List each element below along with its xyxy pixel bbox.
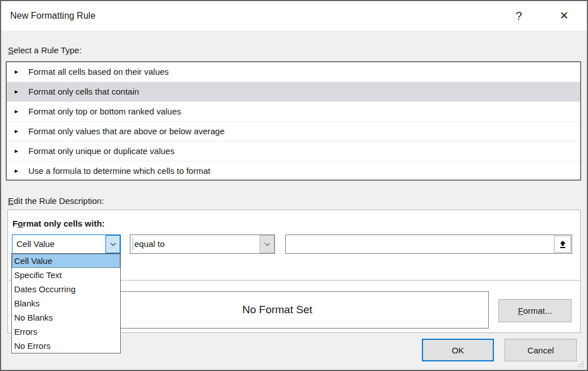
rule-arrow-icon: ►	[14, 102, 24, 121]
ok-button[interactable]: OK	[422, 339, 494, 361]
rule-type-list: ► Format all cells based on their values…	[6, 61, 581, 181]
dropdown-item-specific-text[interactable]: Specific Text	[12, 268, 120, 282]
rule-type-item-cells-that-contain[interactable]: ► Format only cells that contain	[7, 82, 580, 102]
edit-description-label: Edit the Rule Description:	[8, 196, 104, 206]
cancel-button[interactable]: Cancel	[505, 339, 577, 361]
cell-value-dropdown-list: Cell Value Specific Text Dates Occurring…	[11, 253, 121, 353]
no-format-set-text: No Format Set	[242, 304, 312, 316]
dropdown-item-blanks[interactable]: Blanks	[12, 296, 120, 310]
cell-value-combo-value: Cell Value	[12, 235, 105, 253]
format-button[interactable]: Format...	[498, 299, 572, 322]
rule-type-item-label: Format only cells that contain	[28, 82, 139, 101]
rule-arrow-icon: ►	[14, 122, 24, 141]
chevron-down-icon	[110, 242, 116, 246]
help-icon: ?	[515, 10, 522, 22]
operator-combo-dropdown-button[interactable]	[260, 235, 274, 253]
rule-type-item-label: Use a formula to determine which cells t…	[28, 161, 210, 181]
rule-type-item-ranked-values[interactable]: ► Format only top or bottom ranked value…	[7, 102, 580, 122]
dropdown-item-cell-value[interactable]: Cell Value	[12, 254, 120, 268]
format-cells-with-label: Format only cells with:	[12, 219, 105, 228]
dropdown-item-dates-occurring[interactable]: Dates Occurring	[12, 282, 120, 296]
format-preview-box: No Format Set	[66, 291, 489, 329]
rule-arrow-icon: ►	[14, 161, 24, 181]
rule-type-item-label: Format only values that are above or bel…	[28, 122, 225, 141]
rule-arrow-icon: ►	[14, 142, 24, 161]
rule-type-item-formula[interactable]: ► Use a formula to determine which cells…	[7, 161, 580, 181]
value-input[interactable]	[286, 235, 559, 253]
help-button[interactable]: ?	[509, 1, 528, 31]
dropdown-item-no-errors[interactable]: No Errors	[12, 339, 120, 353]
resize-grip[interactable]	[577, 360, 585, 368]
close-button[interactable]: ✕	[555, 1, 574, 31]
rule-type-item-unique-duplicate[interactable]: ► Format only unique or duplicate values	[7, 142, 580, 161]
dropdown-item-errors[interactable]: Errors	[12, 325, 120, 339]
text-caret	[132, 238, 133, 250]
cell-value-combo-dropdown-button[interactable]	[105, 235, 120, 253]
chevron-down-icon	[264, 242, 270, 246]
dialog-title: New Formatting Rule	[10, 1, 95, 31]
rule-type-item-cell-values[interactable]: ► Format all cells based on their values	[7, 62, 580, 82]
operator-combo[interactable]: equal to	[130, 234, 275, 254]
rule-type-item-label: Format only unique or duplicate values	[28, 142, 175, 161]
collapse-dialog-icon	[559, 240, 567, 249]
new-formatting-rule-dialog: New Formatting Rule ? ✕ Select a Rule Ty…	[0, 0, 588, 371]
rule-type-item-above-below-average[interactable]: ► Format only values that are above or b…	[7, 122, 580, 142]
collapse-dialog-button[interactable]	[554, 236, 571, 253]
cell-value-combo[interactable]: Cell Value	[12, 234, 121, 254]
rule-type-item-label: Format only top or bottom ranked values	[28, 102, 181, 121]
rule-type-item-label: Format all cells based on their values	[28, 62, 169, 82]
value-input-wrapper	[285, 234, 572, 254]
operator-combo-value: equal to	[130, 235, 260, 253]
rule-arrow-icon: ►	[14, 82, 24, 101]
rule-type-label: Select a Rule Type:	[8, 45, 82, 55]
title-bar: New Formatting Rule ? ✕	[1, 1, 587, 31]
rule-arrow-icon: ►	[14, 62, 24, 82]
close-icon: ✕	[560, 10, 569, 22]
dropdown-item-no-blanks[interactable]: No Blanks	[12, 310, 120, 325]
